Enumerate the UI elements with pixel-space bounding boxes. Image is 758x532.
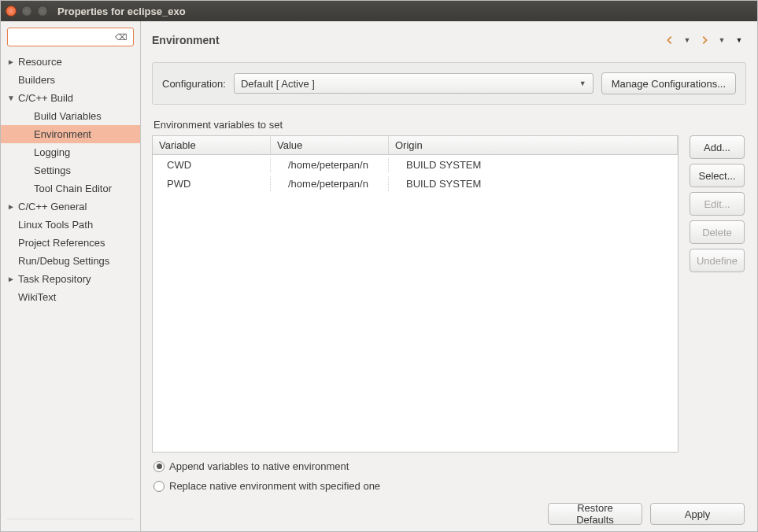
close-icon[interactable] (6, 6, 17, 17)
append-radio-row[interactable]: Append variables to native environment (153, 460, 746, 472)
cell-variable: CWD (153, 157, 271, 172)
cell-variable: PWD (153, 176, 271, 191)
restore-defaults-button[interactable]: Restore Defaults (548, 503, 642, 525)
env-variables-label: Environment variables to set (153, 119, 746, 131)
tree-item-cpp-general[interactable]: ►C/C++ General (1, 198, 140, 216)
chevron-down-icon: ▼ (579, 79, 586, 87)
add-button[interactable]: Add... (690, 135, 745, 159)
window-title: Properties for eclipse_exo (57, 6, 186, 17)
page-title: Environment (152, 34, 220, 46)
tree-item-cpp-build[interactable]: ▼C/C++ Build (1, 89, 140, 107)
nav-forward-menu-icon[interactable]: ▼ (715, 33, 729, 47)
properties-dialog: Properties for eclipse_exo ⌫ ►Resource ►… (0, 0, 758, 532)
tree-item-resource[interactable]: ►Resource (1, 53, 140, 71)
titlebar: Properties for eclipse_exo (1, 1, 757, 21)
category-tree: ►Resource ►Builders ▼C/C++ Build Build V… (1, 50, 140, 519)
tree-item-environment[interactable]: Environment (1, 125, 140, 143)
tree-item-logging[interactable]: Logging (1, 143, 140, 161)
table-header: Variable Value Origin (153, 136, 678, 155)
env-variables-table: Variable Value Origin CWD /home/peterpan… (152, 135, 679, 453)
undefine-button[interactable]: Undefine (690, 249, 745, 272)
table-button-column: Add... Select... Edit... Delete Undefine (690, 135, 746, 453)
tree-item-settings[interactable]: Settings (1, 161, 140, 179)
tree-item-linux-tools[interactable]: Linux Tools Path (1, 216, 140, 234)
properties-page: Environment ▼ ▼ ▼ Configuration: Default (141, 21, 757, 531)
nav-back-icon[interactable] (663, 33, 677, 47)
tree-item-project-references[interactable]: Project References (1, 234, 140, 252)
configuration-panel: Configuration: Default [ Active ] ▼ Mana… (152, 62, 746, 105)
replace-radio[interactable] (153, 481, 165, 492)
configuration-label: Configuration: (162, 78, 226, 90)
minimize-icon[interactable] (21, 6, 32, 17)
maximize-icon[interactable] (37, 6, 48, 17)
sidebar-footer (7, 519, 134, 531)
column-header-origin[interactable]: Origin (389, 136, 678, 154)
configuration-select[interactable]: Default [ Active ] ▼ (234, 73, 593, 94)
tree-item-wikitext[interactable]: WikiText (1, 288, 140, 306)
column-header-value[interactable]: Value (271, 136, 389, 154)
nav-forward-icon[interactable] (697, 33, 712, 47)
nav-back-menu-icon[interactable]: ▼ (680, 33, 694, 47)
tree-item-tool-chain[interactable]: Tool Chain Editor (1, 179, 140, 198)
apply-button[interactable]: Apply (650, 503, 745, 525)
cell-value: /home/peterpan/n (271, 157, 389, 172)
tree-item-task-repository[interactable]: ►Task Repository (1, 270, 140, 288)
column-header-variable[interactable]: Variable (153, 136, 271, 154)
replace-radio-row[interactable]: Replace native environment with specifie… (153, 480, 746, 492)
page-footer: Restore Defaults Apply (152, 492, 746, 531)
configuration-value: Default [ Active ] (241, 78, 315, 90)
cell-origin: BUILD SYSTEM (389, 176, 678, 191)
page-nav: ▼ ▼ ▼ (663, 33, 746, 47)
manage-configurations-button[interactable]: Manage Configurations... (601, 72, 736, 94)
replace-radio-label: Replace native environment with specifie… (169, 480, 380, 492)
table-body[interactable]: CWD /home/peterpan/n BUILD SYSTEM PWD /h… (153, 155, 678, 452)
table-row[interactable]: PWD /home/peterpan/n BUILD SYSTEM (153, 174, 678, 193)
tree-item-run-debug[interactable]: Run/Debug Settings (1, 252, 140, 270)
clear-filter-icon[interactable]: ⌫ (115, 32, 128, 42)
page-menu-icon[interactable]: ▼ (732, 33, 746, 47)
delete-button[interactable]: Delete (690, 220, 745, 244)
cell-origin: BUILD SYSTEM (389, 157, 678, 172)
append-radio[interactable] (153, 461, 165, 472)
tree-item-builders[interactable]: ►Builders (1, 71, 140, 89)
category-sidebar: ⌫ ►Resource ►Builders ▼C/C++ Build Build… (1, 21, 141, 531)
edit-button[interactable]: Edit... (690, 192, 745, 216)
select-button[interactable]: Select... (690, 164, 745, 187)
cell-value: /home/peterpan/n (271, 176, 389, 191)
append-radio-label: Append variables to native environment (169, 460, 349, 472)
tree-item-build-variables[interactable]: Build Variables (1, 107, 140, 125)
table-row[interactable]: CWD /home/peterpan/n BUILD SYSTEM (153, 155, 678, 174)
